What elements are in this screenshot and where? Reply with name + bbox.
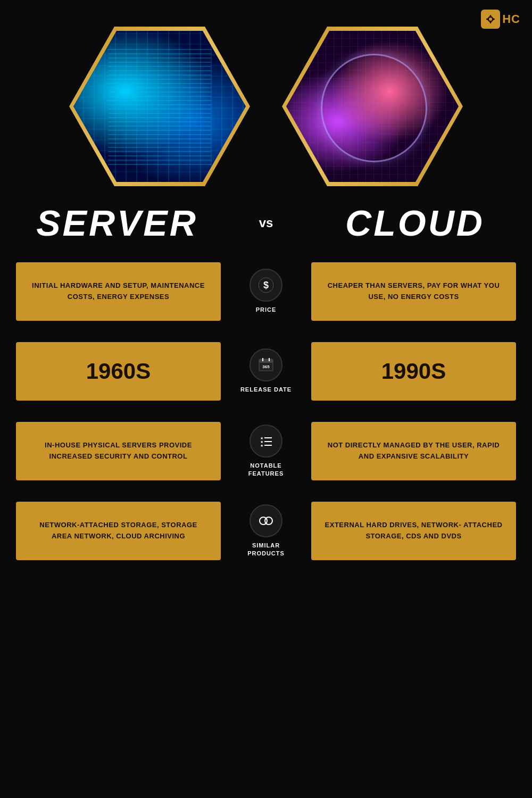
svg-text:$: $ [263, 280, 269, 290]
svg-text:★: ★ [260, 436, 263, 440]
cloud-hex-image [286, 31, 459, 182]
server-hex-border [69, 27, 250, 186]
vs-label: vs [234, 215, 298, 230]
logo: HC [481, 10, 520, 29]
svg-rect-16 [259, 513, 273, 528]
notable-row: IN-HOUSE PHYSICAL SERVERS PROVIDE INCREA… [16, 419, 516, 483]
title-section: SERVER vs CLOUD [0, 197, 532, 260]
release-row: 1960S 365 RELEASE DATE 1990S [16, 339, 516, 403]
notable-label: NOTABLE FEATURES [248, 462, 284, 478]
calendar-icon: 365 [250, 348, 282, 381]
cloud-hex-border [282, 27, 463, 186]
cloud-release-text: 1990S [381, 359, 446, 384]
server-hex-inner [73, 31, 246, 182]
release-center: 365 RELEASE DATE [231, 348, 301, 394]
cloud-price-text: CHEAPER THAN SERVERS, PAY FOR WHAT YOU U… [324, 280, 503, 303]
cloud-price-cell: CHEAPER THAN SERVERS, PAY FOR WHAT YOU U… [311, 262, 516, 321]
server-price-cell: INITIAL HARDWARE AND SETUP, MAINTENANCE … [16, 262, 221, 321]
dollar-icon: $ [250, 269, 282, 302]
svg-text:365: 365 [262, 364, 270, 369]
server-hex-wrapper [69, 27, 250, 186]
logo-icon [481, 10, 500, 29]
release-label: RELEASE DATE [240, 386, 292, 394]
server-notable-cell: IN-HOUSE PHYSICAL SERVERS PROVIDE INCREA… [16, 422, 221, 480]
cloud-release-cell: 1990S [311, 342, 516, 401]
cloud-similar-cell: EXTERNAL HARD DRIVES, NETWORK- ATTACHED … [311, 502, 516, 560]
cloud-hex-inner [286, 31, 459, 182]
similar-label: SIMILAR PRODUCTS [247, 542, 285, 558]
server-hex-image [73, 31, 246, 182]
logo-text: HC [502, 12, 520, 26]
price-label: PRICE [256, 306, 277, 314]
similar-center: SIMILAR PRODUCTS [231, 504, 301, 558]
cloud-hex-wrapper [282, 27, 463, 186]
comparison-section: INITIAL HARDWARE AND SETUP, MAINTENANCE … [0, 260, 532, 563]
svg-text:★: ★ [260, 440, 263, 444]
server-release-text: 1960S [86, 359, 151, 384]
svg-point-1 [489, 18, 492, 21]
cloud-notable-cell: NOT DIRECTLY MANAGED BY THE USER, RAPID … [311, 422, 516, 480]
price-row: INITIAL HARDWARE AND SETUP, MAINTENANCE … [16, 260, 516, 323]
server-title: SERVER [0, 202, 234, 244]
hex-images-section [0, 0, 532, 197]
server-similar-cell: NETWORK-ATTACHED STORAGE, STORAGE AREA N… [16, 502, 221, 560]
server-notable-text: IN-HOUSE PHYSICAL SERVERS PROVIDE INCREA… [29, 440, 208, 462]
svg-text:★: ★ [260, 444, 263, 447]
server-release-cell: 1960S [16, 342, 221, 401]
cloud-notable-text: NOT DIRECTLY MANAGED BY THE USER, RAPID … [324, 440, 503, 462]
cloud-similar-text: EXTERNAL HARD DRIVES, NETWORK- ATTACHED … [324, 520, 503, 542]
features-icon: ★ ★ ★ [250, 425, 282, 458]
notable-center: ★ ★ ★ NOTABLE FEATURES [231, 425, 301, 478]
similar-row: NETWORK-ATTACHED STORAGE, STORAGE AREA N… [16, 499, 516, 563]
svg-rect-5 [259, 359, 273, 363]
server-price-text: INITIAL HARDWARE AND SETUP, MAINTENANCE … [29, 280, 208, 303]
cloud-title: CLOUD [298, 202, 532, 244]
server-similar-text: NETWORK-ATTACHED STORAGE, STORAGE AREA N… [29, 520, 208, 542]
price-center: $ PRICE [231, 269, 301, 314]
similar-products-icon [250, 504, 282, 537]
